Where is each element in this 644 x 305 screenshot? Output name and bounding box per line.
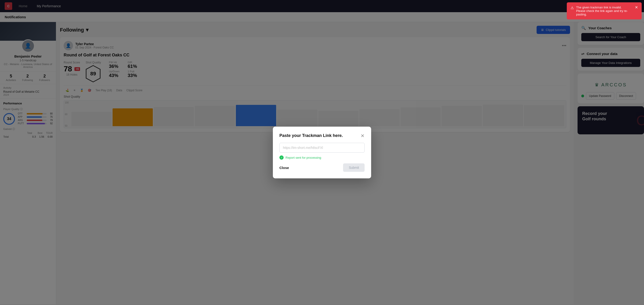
modal-overlay[interactable]: Paste your Trackman Link here. ✕ ✓ Repor… [0,0,644,305]
warning-icon: ⚠ [570,6,574,10]
trackman-modal: Paste your Trackman Link here. ✕ ✓ Repor… [273,127,371,178]
modal-close-icon[interactable]: ✕ [360,134,364,138]
error-toast-message: The given trackman link is invalid. Plea… [576,6,631,16]
modal-header: Paste your Trackman Link here. ✕ [280,133,364,138]
toast-close-btn[interactable]: ✕ [635,6,638,9]
error-toast: ⚠ The given trackman link is invalid. Pl… [567,2,642,20]
modal-title: Paste your Trackman Link here. [280,133,343,138]
success-text: Report sent for processing [286,156,321,160]
modal-footer: Close Submit [280,164,364,172]
modal-submit-button[interactable]: Submit [343,164,364,172]
modal-close-button[interactable]: Close [280,166,289,170]
trackman-link-input[interactable] [280,143,364,152]
success-message: ✓ Report sent for processing [280,156,364,160]
success-check-icon: ✓ [280,156,284,160]
